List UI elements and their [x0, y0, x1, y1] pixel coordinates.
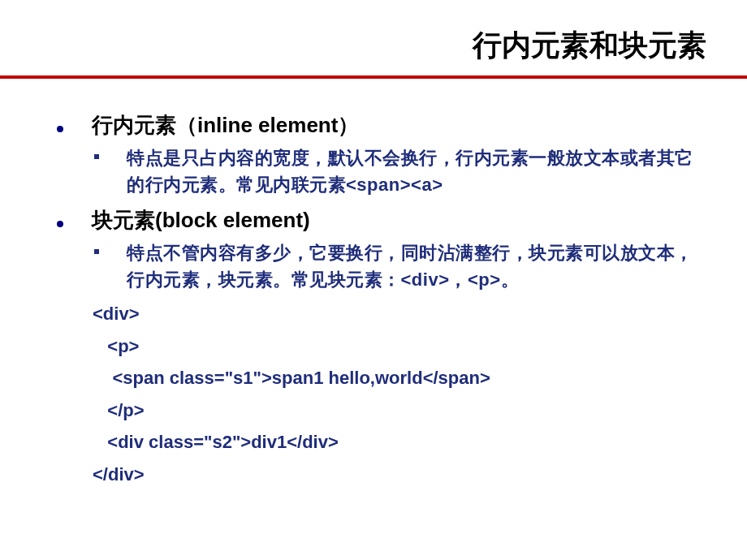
section-2: 块元素(block element) — [57, 206, 706, 235]
section-1: 行内元素（inline element） — [57, 111, 706, 140]
sub-bullet-icon — [94, 249, 99, 254]
section-2-heading: 块元素(block element) — [92, 206, 310, 235]
section-2-body-row: 特点不管内容有多少，它要换行，同时沾满整行，块元素可以放文本，行内元素，块元素。… — [94, 239, 706, 293]
code-line-5: <div class="s2">div1</div> — [93, 426, 706, 459]
slide-content: 行内元素（inline element） 特点是只占内容的宽度，默认不会换行，行… — [0, 79, 747, 491]
code-line-1: <div> — [93, 298, 706, 330]
section-2-body: 特点不管内容有多少，它要换行，同时沾满整行，块元素可以放文本，行内元素，块元素。… — [127, 239, 706, 293]
sub-bullet-icon — [94, 154, 99, 159]
code-example: <div> <p> <span class="s1">span1 hello,w… — [93, 298, 706, 491]
code-line-6: </div> — [93, 459, 706, 491]
section-1-body: 特点是只占内容的宽度，默认不会换行，行内元素一般放文本或者其它的行内元素。常见内… — [127, 144, 706, 198]
code-line-4: </p> — [93, 394, 706, 427]
slide-title: 行内元素和块元素 — [0, 26, 706, 66]
bullet-icon — [57, 126, 63, 132]
section-1-body-row: 特点是只占内容的宽度，默认不会换行，行内元素一般放文本或者其它的行内元素。常见内… — [94, 144, 706, 198]
section-1-heading: 行内元素（inline element） — [92, 111, 359, 140]
slide-header: 行内元素和块元素 — [0, 0, 747, 75]
code-line-3: <span class="s1">span1 hello,world</span… — [93, 362, 706, 394]
code-line-2: <p> — [93, 330, 706, 363]
bullet-icon — [57, 221, 63, 227]
